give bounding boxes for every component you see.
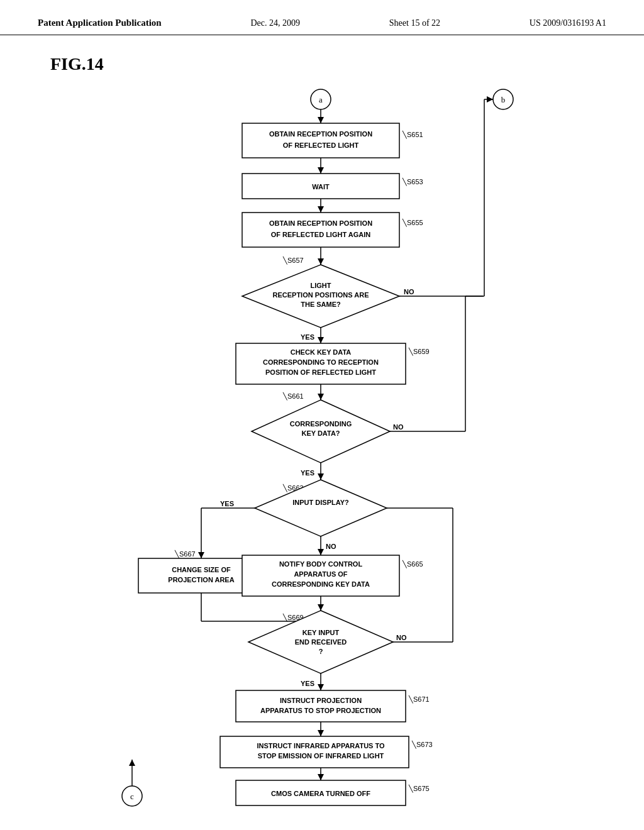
svg-text:╲S651: ╲S651 xyxy=(402,130,423,139)
svg-text:NO: NO xyxy=(396,634,407,641)
svg-text:STOP EMISSION OF INFRARED LIGH: STOP EMISSION OF INFRARED LIGHT xyxy=(258,752,384,760)
svg-marker-55 xyxy=(255,480,387,536)
svg-text:╲S653: ╲S653 xyxy=(402,177,423,186)
svg-text:╲S671: ╲S671 xyxy=(408,695,430,704)
svg-text:RECEPTION POSITIONS ARE: RECEPTION POSITIONS ARE xyxy=(272,291,369,299)
svg-text:CORRESPONDING TO RECEPTION: CORRESPONDING TO RECEPTION xyxy=(263,358,379,366)
figure-label: FIG.14 xyxy=(50,54,104,74)
svg-text:THE SAME?: THE SAME? xyxy=(301,301,341,308)
svg-text:a: a xyxy=(319,95,323,104)
svg-text:CHANGE SIZE OF: CHANGE SIZE OF xyxy=(172,566,231,573)
svg-text:CMOS CAMERA TURNED OFF: CMOS CAMERA TURNED OFF xyxy=(271,790,370,797)
svg-text:NO: NO xyxy=(393,423,404,431)
svg-text:NO: NO xyxy=(404,288,414,296)
svg-text:OF REFLECTED LIGHT AGAIN: OF REFLECTED LIGHT AGAIN xyxy=(271,231,371,238)
svg-marker-3 xyxy=(318,117,324,123)
svg-text:INPUT DISPLAY?: INPUT DISPLAY? xyxy=(292,499,349,506)
svg-text:NOTIFY BODY CONTROL: NOTIFY BODY CONTROL xyxy=(279,560,362,568)
svg-text:WAIT: WAIT xyxy=(312,183,330,191)
svg-rect-15 xyxy=(242,213,399,247)
svg-text:INSTRUCT INFRARED APPARATUS TO: INSTRUCT INFRARED APPARATUS TO xyxy=(257,742,385,750)
svg-text:NO: NO xyxy=(326,543,336,550)
svg-marker-60 xyxy=(198,552,204,558)
svg-text:╲S661: ╲S661 xyxy=(282,392,304,401)
svg-text:KEY INPUT: KEY INPUT xyxy=(303,629,340,636)
svg-text:YES: YES xyxy=(220,500,234,507)
svg-text:PROJECTION AREA: PROJECTION AREA xyxy=(168,576,234,584)
svg-text:YES: YES xyxy=(301,333,314,341)
svg-text:INSTRUCT PROJECTION: INSTRUCT PROJECTION xyxy=(280,697,362,704)
svg-text:YES: YES xyxy=(301,469,314,477)
publication-date: Dec. 24, 2009 xyxy=(250,18,300,28)
svg-text:╲S657: ╲S657 xyxy=(282,256,304,265)
svg-text:╲S673: ╲S673 xyxy=(411,740,433,749)
svg-text:APPARATUS OF: APPARATUS OF xyxy=(294,570,347,578)
svg-text:CHECK KEY DATA: CHECK KEY DATA xyxy=(291,348,352,356)
svg-text:c: c xyxy=(130,792,134,801)
publication-title: Patent Application Publication xyxy=(38,18,162,28)
svg-marker-14 xyxy=(318,206,324,213)
flowchart-svg: a OBTAIN RECEPTION POSITION OF REFLECTED… xyxy=(50,80,591,810)
svg-rect-4 xyxy=(242,123,399,158)
svg-text:╲S655: ╲S655 xyxy=(402,218,423,227)
svg-text:YES: YES xyxy=(301,680,314,687)
svg-text:LIGHT: LIGHT xyxy=(311,282,331,289)
svg-text:KEY DATA?: KEY DATA? xyxy=(301,429,340,437)
svg-marker-32 xyxy=(487,96,493,102)
svg-marker-52 xyxy=(318,473,324,480)
svg-text:?: ? xyxy=(319,648,323,655)
svg-text:APPARATUS TO STOP PROJECTION: APPARATUS TO STOP PROJECTION xyxy=(260,707,381,714)
svg-rect-90 xyxy=(236,690,406,722)
svg-text:╲S659: ╲S659 xyxy=(408,347,430,356)
svg-text:OBTAIN RECEPTION POSITION: OBTAIN RECEPTION POSITION xyxy=(269,130,372,138)
diagram-area: FIG.14 a OBTAIN RECEPTION POSITION OF RE… xyxy=(0,35,644,822)
svg-text:OF REFLECTED LIGHT: OF REFLECTED LIGHT xyxy=(283,141,359,149)
svg-text:OBTAIN RECEPTION POSITION: OBTAIN RECEPTION POSITION xyxy=(269,219,372,227)
patent-number: US 2009/0316193 A1 xyxy=(530,18,606,28)
sheet-info: Sheet 15 of 22 xyxy=(389,18,440,28)
svg-marker-69 xyxy=(318,549,324,555)
svg-text:╲S665: ╲S665 xyxy=(402,560,423,568)
svg-marker-88 xyxy=(318,684,324,690)
page-header: Patent Application Publication Dec. 24, … xyxy=(0,0,644,35)
svg-text:╲S667: ╲S667 xyxy=(174,550,196,558)
svg-marker-108 xyxy=(129,760,135,766)
svg-text:CORRESPONDING KEY DATA: CORRESPONDING KEY DATA xyxy=(272,580,370,588)
svg-marker-34 xyxy=(318,337,324,343)
svg-marker-77 xyxy=(318,604,324,611)
svg-marker-9 xyxy=(318,167,324,174)
svg-text:END RECEIVED: END RECEIVED xyxy=(295,638,347,646)
svg-marker-101 xyxy=(318,774,324,780)
svg-marker-42 xyxy=(318,394,324,400)
svg-text:POSITION OF REFLECTED LIGHT: POSITION OF REFLECTED LIGHT xyxy=(265,368,376,376)
svg-marker-20 xyxy=(318,258,324,265)
svg-text:CORRESPONDING: CORRESPONDING xyxy=(290,420,352,428)
svg-text:b: b xyxy=(501,95,506,104)
svg-text:╲S675: ╲S675 xyxy=(408,784,430,793)
svg-marker-95 xyxy=(318,730,324,736)
